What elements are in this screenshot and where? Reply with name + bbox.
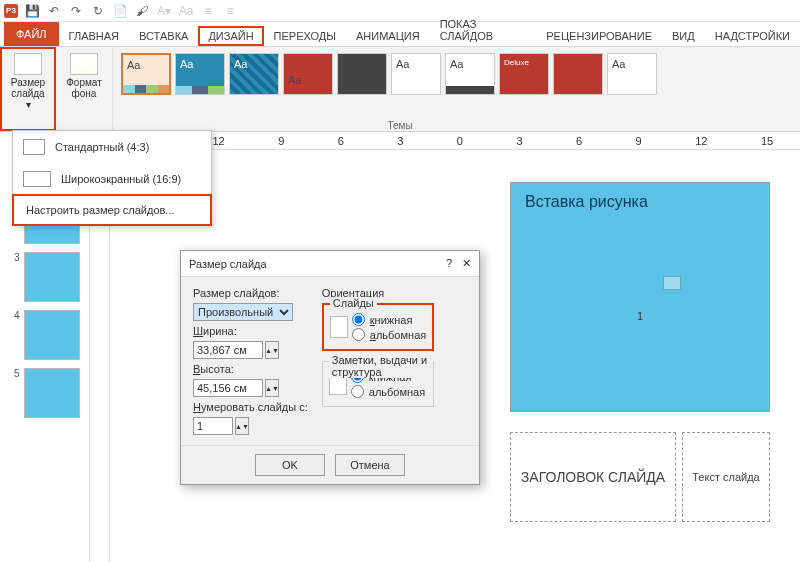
- format-background-label: Формат фона: [64, 77, 104, 99]
- list-icon[interactable]: ≡: [200, 3, 216, 19]
- ruler-tick: 12: [212, 135, 224, 147]
- ok-button[interactable]: OK: [255, 454, 325, 476]
- dropdown-custom-label: Настроить размер слайдов...: [24, 204, 175, 216]
- slides-landscape-label: альбомная: [370, 329, 426, 341]
- slide-size-label: Размер слайда ▾: [8, 77, 48, 110]
- height-input[interactable]: [193, 379, 263, 397]
- width-spinner[interactable]: ▲▼: [265, 341, 279, 359]
- themes-group-label: Темы: [387, 120, 412, 131]
- ruler-tick: 6: [338, 135, 344, 147]
- ruler-tick: 9: [278, 135, 284, 147]
- tab-addins[interactable]: НАДСТРОЙКИ: [705, 26, 800, 46]
- slide-thumbnail[interactable]: [24, 310, 80, 360]
- size-combo[interactable]: Произвольный: [193, 303, 293, 321]
- tab-view[interactable]: ВИД: [662, 26, 705, 46]
- theme-item[interactable]: Aa: [229, 53, 279, 95]
- notes-text-placeholder[interactable]: Текст слайда: [682, 432, 770, 522]
- thumbnail-wrap: 5: [10, 368, 80, 418]
- slide-size-button[interactable]: Размер слайда ▾: [6, 51, 50, 112]
- notes-area: ЗАГОЛОВОК СЛАЙДА Текст слайда: [510, 432, 770, 522]
- dialog-left-column: Размер слайдов: Произвольный Ширина: ▲▼ …: [193, 287, 308, 435]
- tab-animation[interactable]: АНИМАЦИЯ: [346, 26, 430, 46]
- number-from-input[interactable]: [193, 417, 233, 435]
- tab-review[interactable]: РЕЦЕНЗИРОВАНИЕ: [536, 26, 662, 46]
- notes-title-placeholder[interactable]: ЗАГОЛОВОК СЛАЙДА: [510, 432, 676, 522]
- current-slide[interactable]: Вставка рисунка 1: [510, 182, 770, 412]
- tab-insert[interactable]: ВСТАВКА: [129, 26, 198, 46]
- notes-landscape-radio[interactable]: [351, 385, 364, 398]
- theme-item[interactable]: Aa: [121, 53, 171, 95]
- dialog-right-column: Ориентация Слайды книжная альбомная Заме…: [322, 287, 434, 435]
- ruler-tick: 9: [636, 135, 642, 147]
- thumbnail-wrap: 3: [10, 252, 80, 302]
- dialog-titlebar: Размер слайда ?✕: [181, 251, 479, 277]
- width-input[interactable]: [193, 341, 263, 359]
- number-spinner[interactable]: ▲▼: [235, 417, 249, 435]
- ratio-4-3-icon: [23, 139, 45, 155]
- ribbon: Размер слайда ▾ Формат фона Aa Aa Aa Aa …: [0, 46, 800, 132]
- group-background: Формат фона: [56, 47, 113, 131]
- tab-file[interactable]: ФАЙЛ: [4, 22, 59, 46]
- size-label: Размер слайдов:: [193, 287, 308, 299]
- slide-size-dropdown: Стандартный (4:3) Широкоэкранный (16:9) …: [12, 130, 212, 226]
- dropdown-standard-label: Стандартный (4:3): [55, 141, 149, 153]
- height-label: Высота:: [193, 363, 308, 375]
- dropdown-widescreen[interactable]: Широкоэкранный (16:9): [13, 163, 211, 195]
- slide-size-dialog: Размер слайда ?✕ Размер слайдов: Произво…: [180, 250, 480, 485]
- slide-content[interactable]: 1: [511, 221, 769, 411]
- slides-orientation-group: Слайды книжная альбомная: [322, 303, 434, 351]
- theme-item[interactable]: Aa: [283, 53, 333, 95]
- brush-icon[interactable]: 🖌: [134, 3, 150, 19]
- ratio-16-9-icon: [23, 171, 51, 187]
- ruler-tick: 3: [397, 135, 403, 147]
- font-dec-icon[interactable]: A▾: [156, 3, 172, 19]
- redo-icon[interactable]: ↷: [68, 3, 84, 19]
- cancel-button[interactable]: Отмена: [335, 454, 405, 476]
- notes-legend: Заметки, выдачи и структура: [329, 354, 433, 378]
- save-icon[interactable]: 💾: [24, 3, 40, 19]
- slide-title-placeholder[interactable]: Вставка рисунка: [511, 183, 769, 221]
- slides-landscape-radio[interactable]: [352, 328, 365, 341]
- slide-size-icon: [14, 53, 42, 75]
- theme-item[interactable]: Aa: [445, 53, 495, 95]
- format-background-icon: [70, 53, 98, 75]
- slide-thumbnail[interactable]: [24, 252, 80, 302]
- notes-orientation-group: Заметки, выдачи и структура книжная альб…: [322, 361, 434, 407]
- numlist-icon[interactable]: ≡: [222, 3, 238, 19]
- dropdown-custom-size[interactable]: Настроить размер слайдов...: [12, 194, 212, 226]
- ruler-tick: 12: [695, 135, 707, 147]
- quick-access-toolbar: P3 💾 ↶ ↷ ↻ 📄 🖌 A▾ Aa ≡ ≡: [0, 0, 800, 22]
- help-icon[interactable]: ?: [446, 257, 452, 270]
- theme-item[interactable]: Aa: [391, 53, 441, 95]
- dropdown-standard[interactable]: Стандартный (4:3): [13, 131, 211, 163]
- tab-transitions[interactable]: ПЕРЕХОДЫ: [264, 26, 346, 46]
- tab-design[interactable]: ДИЗАЙН: [198, 26, 263, 46]
- picture-placeholder-icon[interactable]: [663, 276, 681, 290]
- copy-icon[interactable]: 📄: [112, 3, 128, 19]
- slides-portrait-radio[interactable]: [352, 313, 365, 326]
- close-icon[interactable]: ✕: [462, 257, 471, 270]
- slide-number-text: 1: [637, 310, 643, 322]
- theme-item[interactable]: Deluxe: [499, 53, 549, 95]
- theme-item[interactable]: Aa: [175, 53, 225, 95]
- theme-item[interactable]: Aa: [607, 53, 657, 95]
- format-background-button[interactable]: Формат фона: [62, 51, 106, 101]
- thumbnail-number: 4: [10, 310, 20, 321]
- ruler-tick: 0: [457, 135, 463, 147]
- slides-portrait-label: книжная: [370, 314, 413, 326]
- theme-item[interactable]: [553, 53, 603, 95]
- font-inc-icon[interactable]: Aa: [178, 3, 194, 19]
- slide-thumbnail[interactable]: [24, 368, 80, 418]
- height-spinner[interactable]: ▲▼: [265, 379, 279, 397]
- thumbnail-number: 5: [10, 368, 20, 379]
- repeat-icon[interactable]: ↻: [90, 3, 106, 19]
- undo-icon[interactable]: ↶: [46, 3, 62, 19]
- notes-landscape-label: альбомная: [369, 386, 425, 398]
- width-label: Ширина:: [193, 325, 308, 337]
- tab-slideshow[interactable]: ПОКАЗ СЛАЙДОВ: [430, 14, 537, 46]
- tab-home[interactable]: ГЛАВНАЯ: [59, 26, 129, 46]
- dialog-title: Размер слайда: [189, 258, 267, 270]
- number-from-label: Нумеровать слайды с:: [193, 401, 308, 413]
- dropdown-widescreen-label: Широкоэкранный (16:9): [61, 173, 181, 185]
- theme-item[interactable]: Aa: [337, 53, 387, 95]
